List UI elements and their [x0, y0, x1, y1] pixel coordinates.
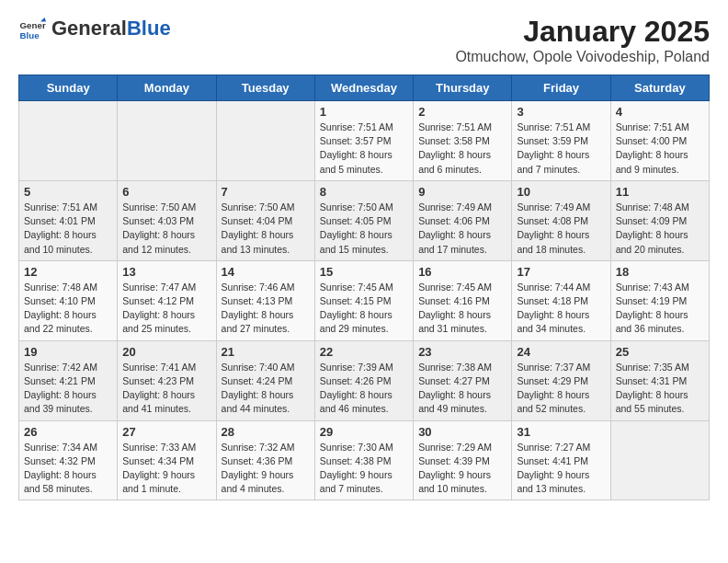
calendar-cell: 30Sunrise: 7:29 AM Sunset: 4:39 PM Dayli… [414, 420, 512, 500]
day-info: Sunrise: 7:32 AM Sunset: 4:36 PM Dayligh… [222, 441, 310, 497]
calendar-cell: 27Sunrise: 7:33 AM Sunset: 4:34 PM Dayli… [118, 420, 216, 500]
day-info: Sunrise: 7:47 AM Sunset: 4:12 PM Dayligh… [122, 281, 210, 337]
day-info: Sunrise: 7:30 AM Sunset: 4:38 PM Dayligh… [320, 441, 408, 497]
day-info: Sunrise: 7:40 AM Sunset: 4:24 PM Dayligh… [222, 361, 310, 417]
calendar-cell: 10Sunrise: 7:49 AM Sunset: 4:08 PM Dayli… [512, 180, 610, 260]
main-title: January 2025 [455, 15, 710, 49]
day-info: Sunrise: 7:51 AM Sunset: 3:57 PM Dayligh… [320, 121, 408, 177]
calendar-cell: 18Sunrise: 7:43 AM Sunset: 4:19 PM Dayli… [610, 260, 709, 340]
week-row-2: 5Sunrise: 7:51 AM Sunset: 4:01 PM Daylig… [19, 180, 710, 260]
day-info: Sunrise: 7:50 AM Sunset: 4:03 PM Dayligh… [122, 201, 210, 257]
day-number: 13 [122, 265, 210, 279]
day-info: Sunrise: 7:34 AM Sunset: 4:32 PM Dayligh… [24, 441, 112, 497]
calendar-cell: 3Sunrise: 7:51 AM Sunset: 3:59 PM Daylig… [512, 101, 610, 181]
day-number: 9 [418, 185, 506, 199]
calendar-cell: 12Sunrise: 7:48 AM Sunset: 4:10 PM Dayli… [19, 260, 118, 340]
calendar-cell: 1Sunrise: 7:51 AM Sunset: 3:57 PM Daylig… [314, 101, 413, 181]
day-number: 2 [418, 105, 506, 119]
day-number: 4 [616, 105, 704, 119]
calendar-cell: 15Sunrise: 7:45 AM Sunset: 4:15 PM Dayli… [314, 260, 413, 340]
calendar-cell: 17Sunrise: 7:44 AM Sunset: 4:18 PM Dayli… [512, 260, 610, 340]
calendar-cell: 9Sunrise: 7:49 AM Sunset: 4:06 PM Daylig… [414, 180, 512, 260]
header: General Blue GeneralBlue January 2025 Ot… [18, 15, 710, 65]
day-info: Sunrise: 7:33 AM Sunset: 4:34 PM Dayligh… [122, 441, 210, 497]
week-row-3: 12Sunrise: 7:48 AM Sunset: 4:10 PM Dayli… [19, 260, 710, 340]
logo-blue-text: Blue [127, 17, 171, 40]
day-info: Sunrise: 7:51 AM Sunset: 4:01 PM Dayligh… [24, 201, 112, 257]
week-row-5: 26Sunrise: 7:34 AM Sunset: 4:32 PM Dayli… [19, 420, 710, 500]
day-info: Sunrise: 7:51 AM Sunset: 3:58 PM Dayligh… [418, 121, 506, 177]
day-number: 18 [616, 265, 704, 279]
day-info: Sunrise: 7:43 AM Sunset: 4:19 PM Dayligh… [616, 281, 704, 337]
day-info: Sunrise: 7:45 AM Sunset: 4:16 PM Dayligh… [418, 281, 506, 337]
weekday-header-friday: Friday [512, 75, 610, 101]
day-number: 30 [418, 425, 506, 439]
day-info: Sunrise: 7:42 AM Sunset: 4:21 PM Dayligh… [24, 361, 112, 417]
day-info: Sunrise: 7:29 AM Sunset: 4:39 PM Dayligh… [418, 441, 506, 497]
week-row-4: 19Sunrise: 7:42 AM Sunset: 4:21 PM Dayli… [19, 340, 710, 420]
calendar-cell: 8Sunrise: 7:50 AM Sunset: 4:05 PM Daylig… [314, 180, 413, 260]
day-number: 23 [418, 345, 506, 359]
day-info: Sunrise: 7:39 AM Sunset: 4:26 PM Dayligh… [320, 361, 408, 417]
day-info: Sunrise: 7:51 AM Sunset: 4:00 PM Dayligh… [616, 121, 704, 177]
weekday-header-wednesday: Wednesday [314, 75, 413, 101]
day-info: Sunrise: 7:45 AM Sunset: 4:15 PM Dayligh… [320, 281, 408, 337]
calendar-cell: 2Sunrise: 7:51 AM Sunset: 3:58 PM Daylig… [414, 101, 512, 181]
calendar-cell: 6Sunrise: 7:50 AM Sunset: 4:03 PM Daylig… [118, 180, 216, 260]
calendar-cell [118, 101, 216, 181]
calendar-cell: 20Sunrise: 7:41 AM Sunset: 4:23 PM Dayli… [118, 340, 216, 420]
day-info: Sunrise: 7:48 AM Sunset: 4:09 PM Dayligh… [616, 201, 704, 257]
calendar-cell [216, 101, 314, 181]
day-info: Sunrise: 7:48 AM Sunset: 4:10 PM Dayligh… [24, 281, 112, 337]
day-number: 29 [320, 425, 408, 439]
weekday-header-row: SundayMondayTuesdayWednesdayThursdayFrid… [19, 75, 710, 101]
day-number: 24 [517, 345, 605, 359]
day-number: 3 [517, 105, 605, 119]
day-info: Sunrise: 7:51 AM Sunset: 3:59 PM Dayligh… [517, 121, 605, 177]
day-info: Sunrise: 7:37 AM Sunset: 4:29 PM Dayligh… [517, 361, 605, 417]
day-number: 31 [517, 425, 605, 439]
calendar-cell: 29Sunrise: 7:30 AM Sunset: 4:38 PM Dayli… [314, 420, 413, 500]
day-number: 1 [320, 105, 408, 119]
day-number: 21 [222, 345, 310, 359]
day-number: 8 [320, 185, 408, 199]
weekday-header-sunday: Sunday [19, 75, 118, 101]
day-number: 11 [616, 185, 704, 199]
day-number: 20 [122, 345, 210, 359]
subtitle: Otmuchow, Opole Voivodeship, Poland [455, 49, 710, 65]
calendar-cell: 31Sunrise: 7:27 AM Sunset: 4:41 PM Dayli… [512, 420, 610, 500]
day-number: 10 [517, 185, 605, 199]
svg-text:Blue: Blue [20, 30, 40, 40]
calendar-cell: 25Sunrise: 7:35 AM Sunset: 4:31 PM Dayli… [610, 340, 709, 420]
svg-text:General: General [20, 20, 47, 30]
day-number: 7 [222, 185, 310, 199]
day-number: 26 [24, 425, 112, 439]
day-number: 17 [517, 265, 605, 279]
title-area: January 2025 Otmuchow, Opole Voivodeship… [455, 15, 710, 65]
day-info: Sunrise: 7:35 AM Sunset: 4:31 PM Dayligh… [616, 361, 704, 417]
day-info: Sunrise: 7:49 AM Sunset: 4:08 PM Dayligh… [517, 201, 605, 257]
calendar-cell [610, 420, 709, 500]
day-info: Sunrise: 7:49 AM Sunset: 4:06 PM Dayligh… [418, 201, 506, 257]
day-info: Sunrise: 7:50 AM Sunset: 4:05 PM Dayligh… [320, 201, 408, 257]
logo: General Blue GeneralBlue [18, 15, 171, 42]
calendar-cell: 28Sunrise: 7:32 AM Sunset: 4:36 PM Dayli… [216, 420, 314, 500]
day-number: 16 [418, 265, 506, 279]
day-number: 12 [24, 265, 112, 279]
calendar-cell: 5Sunrise: 7:51 AM Sunset: 4:01 PM Daylig… [19, 180, 118, 260]
day-info: Sunrise: 7:50 AM Sunset: 4:04 PM Dayligh… [222, 201, 310, 257]
week-row-1: 1Sunrise: 7:51 AM Sunset: 3:57 PM Daylig… [19, 101, 710, 181]
calendar-cell: 23Sunrise: 7:38 AM Sunset: 4:27 PM Dayli… [414, 340, 512, 420]
calendar-cell: 14Sunrise: 7:46 AM Sunset: 4:13 PM Dayli… [216, 260, 314, 340]
calendar-cell: 16Sunrise: 7:45 AM Sunset: 4:16 PM Dayli… [414, 260, 512, 340]
weekday-header-monday: Monday [118, 75, 216, 101]
day-info: Sunrise: 7:27 AM Sunset: 4:41 PM Dayligh… [517, 441, 605, 497]
weekday-header-thursday: Thursday [414, 75, 512, 101]
day-number: 28 [222, 425, 310, 439]
day-info: Sunrise: 7:38 AM Sunset: 4:27 PM Dayligh… [418, 361, 506, 417]
calendar-cell: 7Sunrise: 7:50 AM Sunset: 4:04 PM Daylig… [216, 180, 314, 260]
svg-marker-2 [40, 17, 46, 22]
calendar-cell [19, 101, 118, 181]
calendar-cell: 21Sunrise: 7:40 AM Sunset: 4:24 PM Dayli… [216, 340, 314, 420]
day-info: Sunrise: 7:46 AM Sunset: 4:13 PM Dayligh… [222, 281, 310, 337]
